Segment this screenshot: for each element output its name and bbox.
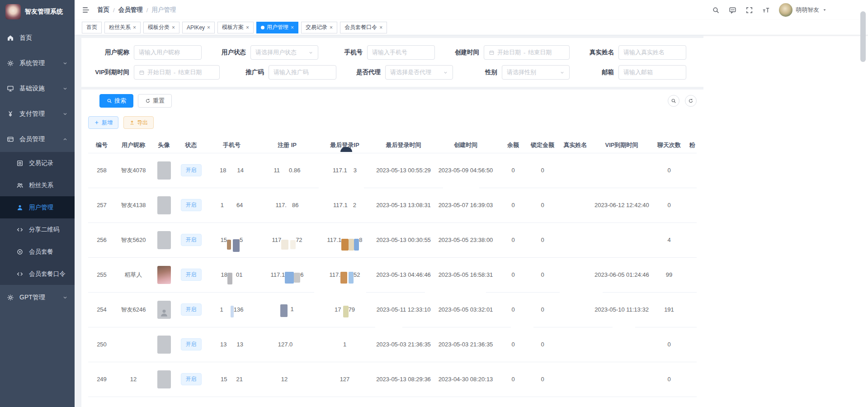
tab-close-icon[interactable]: ×	[246, 25, 249, 30]
cell-real-name	[556, 362, 594, 397]
caret-down-icon	[822, 8, 827, 12]
tab-close-icon[interactable]: ×	[291, 25, 294, 30]
cell-real-name	[556, 327, 594, 362]
value-fragment: 86	[292, 202, 298, 208]
filter-field: 性别请选择性别	[461, 65, 570, 80]
input-placeholder: 请输入邮箱	[623, 68, 653, 76]
value-fragment: 6	[300, 271, 303, 278]
breadcrumb-home[interactable]: 首页	[97, 6, 109, 14]
sidebar-item[interactable]: GPT管理	[0, 285, 75, 310]
breadcrumb-member[interactable]: 会员管理	[118, 6, 143, 14]
sidebar-item[interactable]: 会员套餐口令	[0, 263, 75, 285]
redaction-block	[281, 240, 288, 250]
cell-avatar	[151, 153, 176, 188]
reset-button[interactable]: 重置	[138, 94, 172, 108]
cell-chat-count: 0	[649, 153, 689, 188]
user-table: 编号用户昵称头像状态手机号注册 IP最后登录IP最后登录时间创建时间余额锁定金额…	[88, 137, 697, 397]
sidebar-item[interactable]: 粉丝关系	[0, 174, 75, 196]
cell-last-login-ip: 127	[316, 362, 373, 397]
sidebar-item[interactable]: 会员套餐	[0, 241, 75, 263]
cell-phone: 155	[206, 222, 258, 257]
filter-select[interactable]: 请选择是否代理	[385, 65, 453, 80]
sidebar-item[interactable]: 分享二维码	[0, 218, 75, 241]
filter-input[interactable]: 请输入手机号	[367, 45, 435, 60]
sidebar-collapse-icon[interactable]	[82, 6, 90, 14]
tab-会员套餐口令[interactable]: 会员套餐口令×	[340, 22, 387, 33]
redaction-artifact	[560, 287, 603, 297]
sidebar-item[interactable]: 首页	[0, 25, 75, 51]
tab-close-icon[interactable]: ×	[207, 25, 210, 30]
message-icon[interactable]	[729, 6, 736, 14]
search-icon	[671, 98, 676, 104]
filter-select[interactable]: 请选择用户状态	[250, 45, 318, 60]
filter-daterange[interactable]: 开始日期-结束日期	[134, 65, 220, 80]
chevron-down-icon	[560, 70, 565, 75]
input-placeholder: 请输入手机号	[372, 48, 407, 57]
sidebar-item[interactable]: 交易记录	[0, 152, 75, 174]
search-icon[interactable]	[712, 6, 720, 14]
tab-模板分类[interactable]: 模板分类×	[143, 22, 179, 33]
tab-粉丝关系[interactable]: 粉丝关系×	[104, 22, 141, 33]
sidebar-item[interactable]: 会员管理	[0, 127, 75, 152]
value-fragment: 117.1	[333, 167, 347, 174]
add-button[interactable]: 新增	[88, 116, 118, 129]
search-toolbar: 搜索 重置	[88, 94, 697, 108]
tab-首页[interactable]: 首页	[82, 22, 102, 33]
cell-register-ip: 11772	[258, 222, 316, 257]
filter-panel: 用户昵称请输入用户昵称用户状态请选择用户状态手机号请输入手机号创建时间开始日期-…	[81, 38, 703, 87]
font-size-icon[interactable]	[762, 6, 770, 14]
redacted-value: 1136	[220, 304, 244, 316]
filter-select[interactable]: 请选择性别	[502, 65, 570, 80]
search-button[interactable]: 搜索	[99, 94, 133, 108]
tab-APIKey[interactable]: APIKey×	[182, 22, 215, 33]
redacted-value: 127.0	[278, 341, 297, 348]
cell-avatar	[151, 222, 176, 257]
tab-close-icon[interactable]: ×	[379, 25, 382, 30]
cell-balance: 0	[497, 327, 529, 362]
value-fragment: 117.	[330, 271, 340, 278]
logo-row[interactable]: 智友管理系统	[0, 0, 75, 24]
filter-input[interactable]: 请输入推广码	[269, 65, 336, 80]
tab-close-icon[interactable]: ×	[172, 25, 175, 30]
table-row: 24912开启1521121272023-05-13 08:29:362023-…	[88, 362, 697, 397]
cell-nickname: 智友4078	[115, 153, 151, 188]
sidebar-item[interactable]: 支付管理	[0, 101, 75, 127]
user-dropdown[interactable]: 萌萌智友	[779, 3, 827, 17]
app-logo-avatar	[5, 4, 21, 19]
sidebar-item[interactable]: 系统管理	[0, 51, 75, 76]
cell-id: 249	[88, 362, 115, 397]
export-button[interactable]: 导出	[123, 116, 154, 129]
filter-field: 用户状态请选择用户状态	[210, 45, 318, 60]
filter-daterange[interactable]: 开始日期-结束日期	[484, 45, 570, 60]
tab-close-icon[interactable]: ×	[330, 25, 333, 30]
redaction-block	[227, 240, 231, 250]
filter-input[interactable]: 请输入邮箱	[618, 65, 686, 80]
app-layout: 智友管理系统 首页系统管理基础设施支付管理会员管理交易记录粉丝关系用户管理分享二…	[0, 0, 868, 407]
value-fragment: 1	[290, 306, 293, 312]
table-refresh-button[interactable]	[685, 95, 697, 107]
redacted-value: 117.52	[330, 269, 360, 281]
yen-icon	[7, 110, 14, 118]
cell-balance: 0	[497, 257, 529, 292]
sidebar-item-label: 基础设施	[19, 85, 45, 93]
page-scrollbar-thumb[interactable]	[860, 11, 866, 62]
tab-label: 交易记录	[306, 24, 327, 31]
filter-input[interactable]: 请输入用户昵称	[134, 45, 202, 60]
tab-close-icon[interactable]: ×	[133, 25, 136, 30]
tab-交易记录[interactable]: 交易记录×	[301, 22, 337, 33]
sidebar-item[interactable]: 基础设施	[0, 76, 75, 101]
value-fragment: 72	[296, 237, 302, 243]
redacted-value: 1801	[221, 269, 243, 281]
cell-vip-expire	[594, 362, 649, 397]
tab-用户管理[interactable]: 用户管理×	[256, 22, 298, 33]
cell-balance: 0	[497, 292, 529, 327]
sidebar-item[interactable]: 用户管理	[0, 196, 75, 218]
navbar-actions: 萌萌智友	[712, 3, 827, 17]
filter-input[interactable]: 请输入真实姓名	[618, 45, 686, 60]
fullscreen-icon[interactable]	[745, 6, 753, 14]
column-search-button[interactable]	[668, 95, 679, 107]
cell-locked-amount: 0	[529, 153, 556, 188]
cell-register-ip: 12	[258, 362, 316, 397]
tab-模板方案[interactable]: 模板方案×	[217, 22, 254, 33]
cell-balance: 0	[497, 188, 529, 222]
